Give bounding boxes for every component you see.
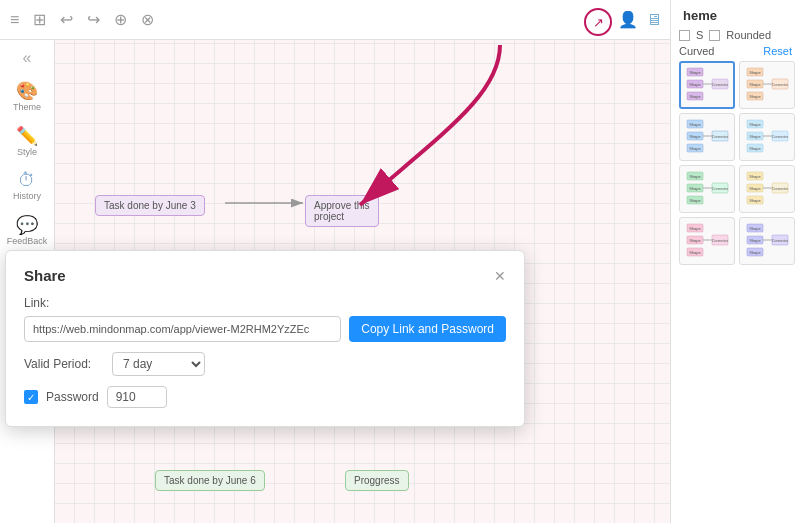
svg-text:Shape: Shape xyxy=(689,134,701,139)
rounded-label: Rounded xyxy=(726,29,771,41)
fullscreen-icon[interactable]: 🖥 xyxy=(646,11,662,29)
link-field-label: Link: xyxy=(24,296,506,310)
svg-text:Connector: Connector xyxy=(772,83,789,87)
rounded-checkbox[interactable] xyxy=(709,30,720,41)
node-task-june6-label: Task done by June 6 xyxy=(164,475,256,486)
valid-period-label: Valid Period: xyxy=(24,357,104,371)
svg-text:Connector: Connector xyxy=(712,135,729,139)
node-approve-project-label: Approve thisproject xyxy=(314,200,370,222)
share-button[interactable]: ↗ xyxy=(584,8,612,36)
svg-text:Shape: Shape xyxy=(689,226,701,231)
sidebar-item-theme[interactable]: 🎨 Theme xyxy=(2,76,52,116)
link-row: Copy Link and Password xyxy=(24,316,506,342)
svg-text:Shape: Shape xyxy=(689,174,701,179)
add-icon[interactable]: ⊕ xyxy=(114,10,127,29)
svg-text:Shape: Shape xyxy=(749,186,761,191)
theme-card-4[interactable]: Shape Shape Shape Connector xyxy=(739,113,795,161)
smooth-checkbox[interactable] xyxy=(679,30,690,41)
valid-period-row: Valid Period: 7 day 1 day 30 day Permane… xyxy=(24,352,506,376)
svg-text:Shape: Shape xyxy=(689,82,701,87)
svg-text:Shape: Shape xyxy=(689,198,701,203)
right-panel: heme S Rounded Curved Reset Shape Shape … xyxy=(670,0,800,523)
theme-grid: Shape Shape Shape Connector Shape Sha xyxy=(679,61,792,265)
svg-text:Shape: Shape xyxy=(689,70,701,75)
sidebar-feedback-label: FeedBack xyxy=(7,236,48,246)
svg-text:Shape: Shape xyxy=(749,70,761,75)
user-icon[interactable]: 👤 xyxy=(618,10,638,29)
smooth-row: S Rounded xyxy=(679,29,792,41)
svg-text:Shape: Shape xyxy=(749,122,761,127)
theme-card-1[interactable]: Shape Shape Shape Connector xyxy=(679,61,735,109)
password-checkbox[interactable]: ✓ xyxy=(24,390,38,404)
svg-text:Connector: Connector xyxy=(772,187,789,191)
svg-text:Shape: Shape xyxy=(749,134,761,139)
share-icon: ↗ xyxy=(593,15,604,30)
redo-icon[interactable]: ↪ xyxy=(87,10,100,29)
password-row: ✓ Password xyxy=(24,386,506,408)
svg-text:Shape: Shape xyxy=(749,174,761,179)
valid-period-select[interactable]: 7 day 1 day 30 day Permanent xyxy=(112,352,205,376)
link-input[interactable] xyxy=(24,316,341,342)
grid-icon[interactable]: ⊞ xyxy=(33,10,46,29)
svg-text:Shape: Shape xyxy=(689,94,701,99)
sidebar-item-feedback[interactable]: 💬 FeedBack xyxy=(2,210,52,250)
undo-icon[interactable]: ↩ xyxy=(60,10,73,29)
svg-text:Shape: Shape xyxy=(749,146,761,151)
svg-text:Shape: Shape xyxy=(749,198,761,203)
reset-label[interactable]: Reset xyxy=(763,45,792,57)
svg-text:Shape: Shape xyxy=(749,82,761,87)
dialog-header: Share ✕ xyxy=(24,267,506,284)
copy-link-button[interactable]: Copy Link and Password xyxy=(349,316,506,342)
password-label: Password xyxy=(46,390,99,404)
panel-title: heme xyxy=(679,8,792,23)
node-progress[interactable]: Proggress xyxy=(345,470,409,491)
sidebar-history-label: History xyxy=(13,191,41,201)
node-approve-project[interactable]: Approve thisproject xyxy=(305,195,379,227)
sidebar-item-history[interactable]: ⏱ History xyxy=(2,166,52,205)
smooth-label: S xyxy=(696,29,703,41)
svg-text:Connector: Connector xyxy=(712,187,729,191)
svg-text:Connector: Connector xyxy=(712,83,729,87)
collapse-icon[interactable]: « xyxy=(19,45,36,71)
svg-text:Shape: Shape xyxy=(689,250,701,255)
sidebar-item-style[interactable]: ✏️ Style xyxy=(2,121,52,161)
theme-icon: 🎨 xyxy=(16,80,38,102)
svg-text:Shape: Shape xyxy=(749,94,761,99)
svg-text:Connector: Connector xyxy=(712,239,729,243)
theme-card-6[interactable]: Shape Shape Shape Connector xyxy=(739,165,795,213)
theme-card-3[interactable]: Shape Shape Shape Connector xyxy=(679,113,735,161)
svg-text:Connector: Connector xyxy=(772,239,789,243)
style-icon: ✏️ xyxy=(16,125,38,147)
theme-card-7[interactable]: Shape Shape Shape Connector xyxy=(679,217,735,265)
theme-card-5[interactable]: Shape Shape Shape Connector xyxy=(679,165,735,213)
dialog-title: Share xyxy=(24,267,66,284)
node-task-june3-label: Task done by June 3 xyxy=(104,200,196,211)
node-progress-label: Proggress xyxy=(354,475,400,486)
dialog-close-button[interactable]: ✕ xyxy=(494,268,506,284)
top-right-toolbar: 👤 ↗ 🖥 xyxy=(610,0,670,40)
theme-card-2[interactable]: Shape Shape Shape Connector xyxy=(739,61,795,109)
node-task-june6[interactable]: Task done by June 6 xyxy=(155,470,265,491)
delete-icon[interactable]: ⊗ xyxy=(141,10,154,29)
curved-row: Curved Reset xyxy=(679,45,792,57)
svg-text:Shape: Shape xyxy=(749,226,761,231)
theme-card-8[interactable]: Shape Shape Shape Connector xyxy=(739,217,795,265)
sidebar-style-label: Style xyxy=(17,147,37,157)
top-toolbar: ≡ ⊞ ↩ ↪ ⊕ ⊗ xyxy=(0,0,670,40)
node-task-june3[interactable]: Task done by June 3 xyxy=(95,195,205,216)
curved-label: Curved xyxy=(679,45,714,57)
share-dialog: Share ✕ Link: Copy Link and Password Val… xyxy=(5,250,525,427)
menu-icon[interactable]: ≡ xyxy=(10,11,19,29)
svg-text:Shape: Shape xyxy=(689,186,701,191)
password-input[interactable] xyxy=(107,386,167,408)
svg-text:Shape: Shape xyxy=(689,238,701,243)
svg-text:Shape: Shape xyxy=(749,238,761,243)
history-icon: ⏱ xyxy=(18,170,36,191)
svg-text:Connector: Connector xyxy=(772,135,789,139)
svg-text:Shape: Shape xyxy=(689,146,701,151)
sidebar-theme-label: Theme xyxy=(13,102,41,112)
svg-text:Shape: Shape xyxy=(749,250,761,255)
svg-text:Shape: Shape xyxy=(689,122,701,127)
feedback-icon: 💬 xyxy=(16,214,38,236)
